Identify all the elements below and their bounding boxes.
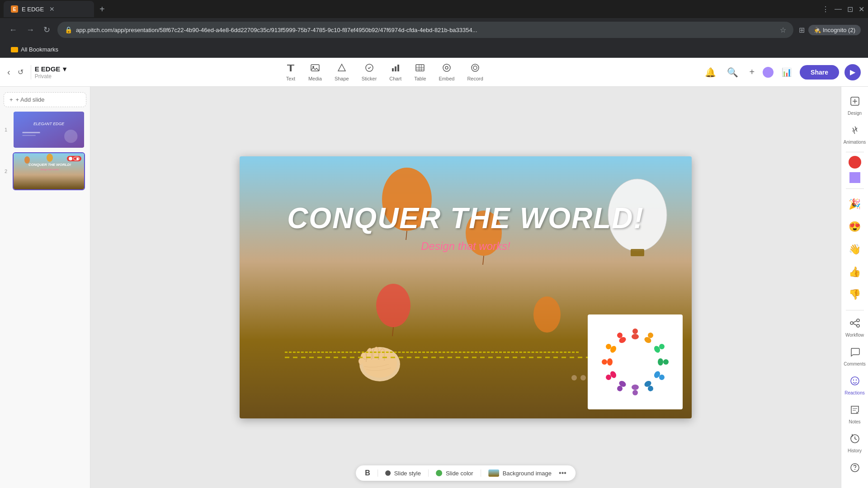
slide-color-item[interactable]: Slide color <box>436 470 473 477</box>
notes-label: Notes <box>849 419 860 424</box>
toolbar-sticker[interactable]: Sticker <box>356 60 382 84</box>
table-icon <box>415 63 425 75</box>
sidebar-animations[interactable]: Animations <box>842 121 868 148</box>
toolbar-chart[interactable]: Chart <box>384 60 407 84</box>
workflow-icon <box>849 318 860 331</box>
window-menu-icon[interactable]: ⋮ <box>822 5 829 14</box>
sidebar-divider-2 <box>846 188 864 189</box>
browser-tab[interactable]: E E EDGE ✕ <box>4 1 94 17</box>
slide-title: CONQUER THE WORLD! <box>287 202 644 235</box>
user-presence-dot <box>849 172 860 183</box>
design-label: Design <box>848 111 862 116</box>
slide-panel: + + Add slide 1 ELEGANT EDGE <box>0 87 90 488</box>
toolbar-embed[interactable]: Embed <box>434 60 460 84</box>
svg-point-45 <box>632 328 638 334</box>
svg-point-51 <box>663 359 669 365</box>
plus-button[interactable]: + <box>746 64 757 80</box>
presentation-name[interactable]: E EDGE ▾ <box>35 65 67 73</box>
sidebar-design[interactable]: Design <box>842 92 868 119</box>
svg-point-63 <box>602 359 607 365</box>
sidebar-notes[interactable]: Notes <box>842 401 868 428</box>
reaction-thumbsdown[interactable]: 👎 <box>845 285 865 305</box>
embed-label: Embed <box>439 76 455 81</box>
url-text: app.pitch.com/app/presentation/58f67c22-… <box>76 27 776 33</box>
background-preview <box>488 469 499 477</box>
svg-point-14 <box>443 64 450 71</box>
svg-point-58 <box>632 385 639 390</box>
svg-rect-69 <box>488 469 499 477</box>
close-window-icon[interactable]: ✕ <box>859 5 864 14</box>
svg-text:CONQUER THE WORLD!: CONQUER THE WORLD! <box>28 163 71 167</box>
chart-label: Chart <box>389 76 401 81</box>
toolbar-media[interactable]: Media <box>303 60 327 84</box>
reaction-party[interactable]: 🎉 <box>845 194 865 214</box>
incognito-button[interactable]: 🕵 Incognito (2) <box>808 25 861 35</box>
sidebar-reactions[interactable]: Reactions <box>842 372 868 399</box>
comments-icon <box>849 347 860 360</box>
extensions-icon[interactable]: ⊞ <box>799 26 805 34</box>
sidebar-history[interactable]: History <box>842 430 868 457</box>
recording-button[interactable] <box>849 156 861 169</box>
browser-nav-bar: ← → ↻ 🔒 app.pitch.com/app/presentation/5… <box>0 18 868 42</box>
reactions-label: Reactions <box>844 390 864 395</box>
background-image-item[interactable]: Background image <box>488 469 552 477</box>
share-button[interactable]: Share <box>800 65 839 80</box>
tab-title: E EDGE <box>22 6 44 13</box>
slide-1-item[interactable]: ELEGANT EDGE <box>13 111 85 149</box>
toolbar-table[interactable]: Table <box>409 60 431 84</box>
svg-line-76 <box>853 321 857 323</box>
slide-canvas[interactable]: CONQUER THE WORLD! Design that works! <box>240 156 692 418</box>
tab-close-icon[interactable]: ✕ <box>49 5 55 13</box>
svg-point-46 <box>632 334 639 339</box>
maximize-icon[interactable]: ⊡ <box>847 5 853 14</box>
more-options-button[interactable]: ••• <box>559 469 566 477</box>
add-slide-button[interactable]: + + Add slide <box>4 92 86 107</box>
history-label: History <box>848 448 862 453</box>
present-icon[interactable]: 📊 <box>779 65 794 80</box>
user-avatar <box>763 67 774 78</box>
svg-rect-6 <box>392 68 394 71</box>
play-button[interactable]: ▶ <box>844 64 861 80</box>
media-icon <box>310 63 320 75</box>
bookmarks-all[interactable]: All Bookmarks <box>7 44 62 55</box>
reaction-wave[interactable]: 👋 <box>845 239 865 259</box>
sidebar-help[interactable] <box>842 459 868 479</box>
new-tab-button[interactable]: + <box>99 4 105 14</box>
back-nav-button[interactable]: ‹ <box>7 67 10 77</box>
svg-point-26 <box>24 156 30 164</box>
embed-icon <box>442 63 452 75</box>
canvas-area: CONQUER THE WORLD! Design that works! <box>90 87 841 488</box>
svg-point-80 <box>855 380 856 380</box>
search-button[interactable]: 🔍 <box>724 64 741 80</box>
slide-style-label: Slide style <box>394 470 421 477</box>
sidebar-workflow[interactable]: Workflow <box>842 314 868 341</box>
reaction-love[interactable]: 😍 <box>845 217 865 237</box>
address-bar[interactable]: 🔒 app.pitch.com/app/presentation/58f67c2… <box>57 22 793 38</box>
forward-button[interactable]: → <box>24 23 36 37</box>
bold-icon: B <box>365 469 370 477</box>
undo-button[interactable]: ↺ <box>18 68 24 76</box>
toolbar-text[interactable]: Text <box>280 60 301 84</box>
bookmark-star-icon[interactable]: ☆ <box>780 26 786 34</box>
sidebar-comments[interactable]: Comments <box>842 343 868 370</box>
toolbar-record[interactable]: Record <box>462 60 488 84</box>
back-button[interactable]: ← <box>7 23 19 37</box>
bold-b-item[interactable]: B <box>365 469 370 477</box>
slide-subtitle: Design that works! <box>421 240 510 253</box>
svg-rect-21 <box>23 135 36 136</box>
reaction-thumbsup[interactable]: 👍 <box>845 262 865 282</box>
minimize-icon[interactable]: — <box>835 5 842 13</box>
browser-nav-actions: ⊞ 🕵 Incognito (2) <box>799 25 861 35</box>
svg-point-16 <box>472 64 479 71</box>
svg-rect-0 <box>287 65 294 66</box>
reload-button[interactable]: ↻ <box>42 23 52 37</box>
notification-button[interactable]: 🔔 <box>702 64 719 80</box>
dropdown-icon[interactable]: ▾ <box>63 65 66 73</box>
toolbar-shape[interactable]: Shape <box>329 60 354 84</box>
slide-style-item[interactable]: Slide style <box>385 470 421 477</box>
party-emoji: 🎉 <box>849 198 861 210</box>
slide-2-item[interactable]: CONQUER THE WORLD! Design that works! <box>13 152 85 190</box>
wave-emoji: 👋 <box>849 244 861 255</box>
header-actions: 🔔 🔍 + 📊 Share ▶ <box>702 64 861 80</box>
table-label: Table <box>414 76 426 81</box>
